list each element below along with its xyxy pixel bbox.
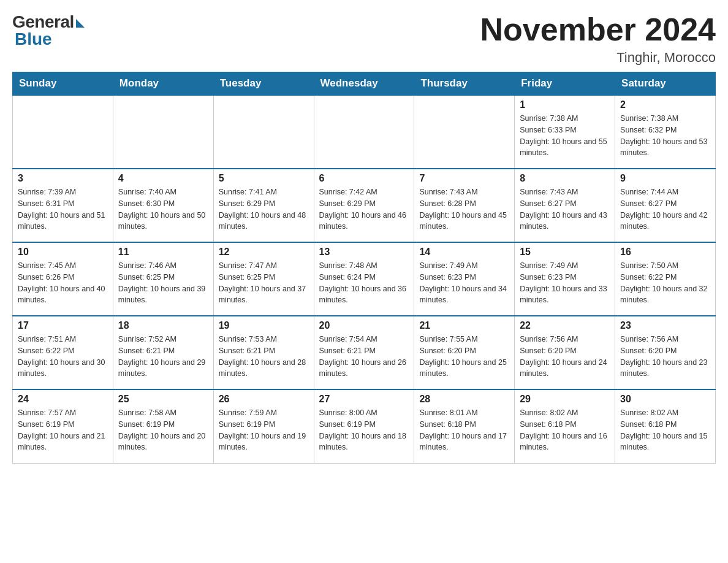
calendar-cell: 21Sunrise: 7:55 AM Sunset: 6:20 PM Dayli… bbox=[414, 316, 515, 389]
calendar-cell: 18Sunrise: 7:52 AM Sunset: 6:21 PM Dayli… bbox=[113, 316, 213, 389]
day-number: 3 bbox=[18, 173, 108, 184]
day-number: 23 bbox=[620, 320, 710, 331]
calendar-cell: 12Sunrise: 7:47 AM Sunset: 6:25 PM Dayli… bbox=[213, 242, 314, 316]
day-number: 6 bbox=[319, 173, 409, 184]
calendar-cell: 17Sunrise: 7:51 AM Sunset: 6:22 PM Dayli… bbox=[13, 316, 113, 389]
day-info: Sunrise: 7:42 AM Sunset: 6:29 PM Dayligh… bbox=[319, 186, 409, 232]
day-info: Sunrise: 7:53 AM Sunset: 6:21 PM Dayligh… bbox=[219, 334, 309, 380]
calendar-cell bbox=[13, 95, 113, 169]
calendar-cell: 13Sunrise: 7:48 AM Sunset: 6:24 PM Dayli… bbox=[314, 242, 414, 316]
calendar-cell bbox=[314, 95, 414, 169]
day-info: Sunrise: 7:56 AM Sunset: 6:20 PM Dayligh… bbox=[620, 334, 710, 380]
calendar-cell: 30Sunrise: 8:02 AM Sunset: 6:18 PM Dayli… bbox=[615, 389, 716, 463]
calendar-table: SundayMondayTuesdayWednesdayThursdayFrid… bbox=[12, 72, 716, 464]
calendar-cell: 10Sunrise: 7:45 AM Sunset: 6:26 PM Dayli… bbox=[13, 242, 113, 316]
day-info: Sunrise: 7:41 AM Sunset: 6:29 PM Dayligh… bbox=[219, 186, 309, 232]
calendar-cell: 6Sunrise: 7:42 AM Sunset: 6:29 PM Daylig… bbox=[314, 169, 414, 242]
day-number: 13 bbox=[319, 247, 409, 258]
calendar-cell: 16Sunrise: 7:50 AM Sunset: 6:22 PM Dayli… bbox=[615, 242, 716, 316]
calendar-week-row: 10Sunrise: 7:45 AM Sunset: 6:26 PM Dayli… bbox=[13, 242, 716, 316]
calendar-header-wednesday: Wednesday bbox=[314, 72, 414, 96]
day-number: 27 bbox=[319, 394, 409, 405]
calendar-cell: 15Sunrise: 7:49 AM Sunset: 6:23 PM Dayli… bbox=[515, 242, 615, 316]
calendar-cell: 11Sunrise: 7:46 AM Sunset: 6:25 PM Dayli… bbox=[113, 242, 213, 316]
month-title: November 2024 bbox=[480, 12, 716, 47]
calendar-week-row: 3Sunrise: 7:39 AM Sunset: 6:31 PM Daylig… bbox=[13, 169, 716, 242]
calendar-header-thursday: Thursday bbox=[414, 72, 515, 96]
day-number: 17 bbox=[18, 320, 108, 331]
day-number: 9 bbox=[620, 173, 710, 184]
calendar-cell: 27Sunrise: 8:00 AM Sunset: 6:19 PM Dayli… bbox=[314, 389, 414, 463]
calendar-week-row: 17Sunrise: 7:51 AM Sunset: 6:22 PM Dayli… bbox=[13, 316, 716, 389]
calendar-cell bbox=[113, 95, 213, 169]
day-info: Sunrise: 7:57 AM Sunset: 6:19 PM Dayligh… bbox=[18, 407, 108, 453]
day-number: 30 bbox=[620, 394, 710, 405]
day-info: Sunrise: 7:56 AM Sunset: 6:20 PM Dayligh… bbox=[520, 334, 610, 380]
day-number: 24 bbox=[18, 394, 108, 405]
day-number: 15 bbox=[520, 247, 610, 258]
calendar-cell: 29Sunrise: 8:02 AM Sunset: 6:18 PM Dayli… bbox=[515, 389, 615, 463]
calendar-week-row: 1Sunrise: 7:38 AM Sunset: 6:33 PM Daylig… bbox=[13, 95, 716, 169]
calendar-header-row: SundayMondayTuesdayWednesdayThursdayFrid… bbox=[13, 72, 716, 96]
calendar-cell: 28Sunrise: 8:01 AM Sunset: 6:18 PM Dayli… bbox=[414, 389, 515, 463]
location: Tinghir, Morocco bbox=[480, 50, 716, 66]
day-number: 11 bbox=[118, 247, 208, 258]
logo-arrow-icon bbox=[76, 19, 85, 28]
day-info: Sunrise: 7:49 AM Sunset: 6:23 PM Dayligh… bbox=[520, 260, 610, 306]
day-info: Sunrise: 7:39 AM Sunset: 6:31 PM Dayligh… bbox=[18, 186, 108, 232]
calendar-header-saturday: Saturday bbox=[615, 72, 716, 96]
calendar-cell: 26Sunrise: 7:59 AM Sunset: 6:19 PM Dayli… bbox=[213, 389, 314, 463]
day-info: Sunrise: 7:45 AM Sunset: 6:26 PM Dayligh… bbox=[18, 260, 108, 306]
day-number: 22 bbox=[520, 320, 610, 331]
day-info: Sunrise: 7:49 AM Sunset: 6:23 PM Dayligh… bbox=[419, 260, 509, 306]
calendar-header-monday: Monday bbox=[113, 72, 213, 96]
calendar-header-friday: Friday bbox=[515, 72, 615, 96]
day-number: 10 bbox=[18, 247, 108, 258]
day-info: Sunrise: 8:02 AM Sunset: 6:18 PM Dayligh… bbox=[620, 407, 710, 453]
calendar-cell: 20Sunrise: 7:54 AM Sunset: 6:21 PM Dayli… bbox=[314, 316, 414, 389]
day-number: 16 bbox=[620, 247, 710, 258]
day-number: 29 bbox=[520, 394, 610, 405]
title-section: November 2024 Tinghir, Morocco bbox=[480, 12, 716, 66]
day-number: 19 bbox=[219, 320, 309, 331]
day-number: 4 bbox=[118, 173, 208, 184]
day-info: Sunrise: 8:00 AM Sunset: 6:19 PM Dayligh… bbox=[319, 407, 409, 453]
day-info: Sunrise: 7:58 AM Sunset: 6:19 PM Dayligh… bbox=[118, 407, 208, 453]
day-info: Sunrise: 7:52 AM Sunset: 6:21 PM Dayligh… bbox=[118, 334, 208, 380]
day-info: Sunrise: 8:01 AM Sunset: 6:18 PM Dayligh… bbox=[419, 407, 509, 453]
day-info: Sunrise: 7:59 AM Sunset: 6:19 PM Dayligh… bbox=[219, 407, 309, 453]
day-info: Sunrise: 7:38 AM Sunset: 6:32 PM Dayligh… bbox=[620, 113, 710, 159]
day-info: Sunrise: 7:48 AM Sunset: 6:24 PM Dayligh… bbox=[319, 260, 409, 306]
calendar-week-row: 24Sunrise: 7:57 AM Sunset: 6:19 PM Dayli… bbox=[13, 389, 716, 463]
day-info: Sunrise: 7:51 AM Sunset: 6:22 PM Dayligh… bbox=[18, 334, 108, 380]
calendar-cell: 23Sunrise: 7:56 AM Sunset: 6:20 PM Dayli… bbox=[615, 316, 716, 389]
calendar-cell: 3Sunrise: 7:39 AM Sunset: 6:31 PM Daylig… bbox=[13, 169, 113, 242]
day-number: 7 bbox=[419, 173, 509, 184]
day-number: 2 bbox=[620, 99, 710, 110]
calendar-cell: 22Sunrise: 7:56 AM Sunset: 6:20 PM Dayli… bbox=[515, 316, 615, 389]
calendar-cell bbox=[414, 95, 515, 169]
day-info: Sunrise: 7:44 AM Sunset: 6:27 PM Dayligh… bbox=[620, 186, 710, 232]
day-info: Sunrise: 7:38 AM Sunset: 6:33 PM Dayligh… bbox=[520, 113, 610, 159]
day-number: 26 bbox=[219, 394, 309, 405]
day-info: Sunrise: 7:43 AM Sunset: 6:27 PM Dayligh… bbox=[520, 186, 610, 232]
calendar-cell bbox=[213, 95, 314, 169]
page-header: General Blue November 2024 Tinghir, Moro… bbox=[12, 12, 716, 66]
calendar-cell: 14Sunrise: 7:49 AM Sunset: 6:23 PM Dayli… bbox=[414, 242, 515, 316]
calendar-cell: 24Sunrise: 7:57 AM Sunset: 6:19 PM Dayli… bbox=[13, 389, 113, 463]
calendar-cell: 2Sunrise: 7:38 AM Sunset: 6:32 PM Daylig… bbox=[615, 95, 716, 169]
day-number: 20 bbox=[319, 320, 409, 331]
day-number: 1 bbox=[520, 99, 610, 110]
day-info: Sunrise: 8:02 AM Sunset: 6:18 PM Dayligh… bbox=[520, 407, 610, 453]
day-info: Sunrise: 7:46 AM Sunset: 6:25 PM Dayligh… bbox=[118, 260, 208, 306]
day-number: 8 bbox=[520, 173, 610, 184]
day-number: 18 bbox=[118, 320, 208, 331]
day-info: Sunrise: 7:55 AM Sunset: 6:20 PM Dayligh… bbox=[419, 334, 509, 380]
day-number: 21 bbox=[419, 320, 509, 331]
day-info: Sunrise: 7:50 AM Sunset: 6:22 PM Dayligh… bbox=[620, 260, 710, 306]
day-number: 28 bbox=[419, 394, 509, 405]
calendar-cell: 1Sunrise: 7:38 AM Sunset: 6:33 PM Daylig… bbox=[515, 95, 615, 169]
day-number: 12 bbox=[219, 247, 309, 258]
calendar-cell: 8Sunrise: 7:43 AM Sunset: 6:27 PM Daylig… bbox=[515, 169, 615, 242]
day-info: Sunrise: 7:40 AM Sunset: 6:30 PM Dayligh… bbox=[118, 186, 208, 232]
